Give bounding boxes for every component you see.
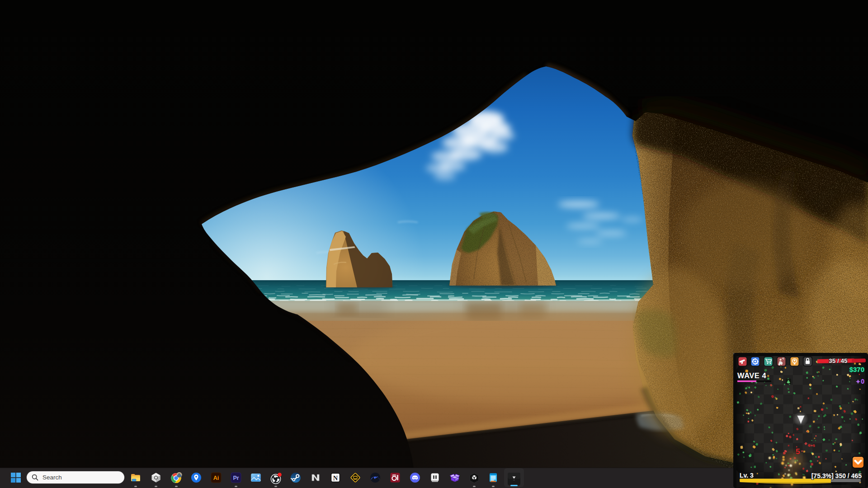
svg-text:WAVE 4: WAVE 4 (737, 371, 766, 380)
svg-text:5: 5 (796, 447, 800, 456)
svg-text:35 / 45: 35 / 45 (829, 357, 848, 364)
svg-text:0: 0 (861, 378, 864, 385)
svg-text:Lv. 3: Lv. 3 (740, 472, 754, 479)
svg-text:[75.3%] 350 / 465: [75.3%] 350 / 465 (811, 472, 862, 479)
svg-text:Ai: Ai (213, 475, 219, 481)
svg-text:N: N (333, 474, 338, 482)
svg-text:$370: $370 (849, 366, 864, 373)
svg-text:Pr: Pr (233, 475, 239, 481)
